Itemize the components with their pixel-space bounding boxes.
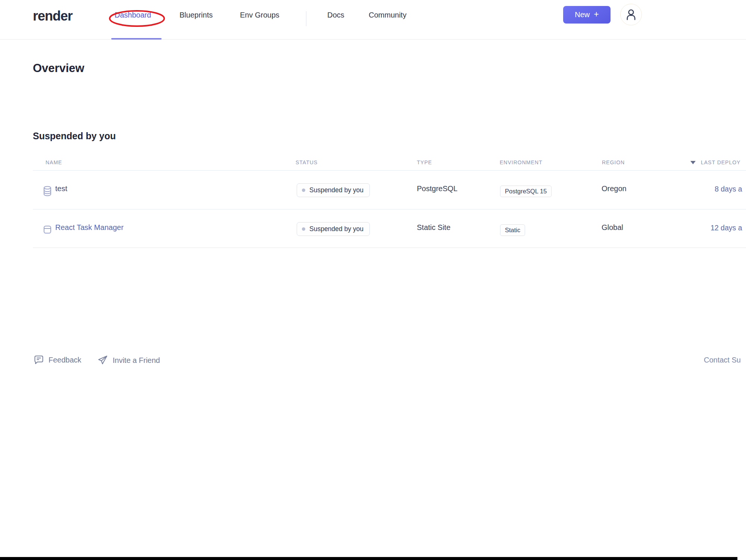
environment-badge: Static bbox=[500, 224, 525, 236]
column-header-name[interactable]: NAME bbox=[46, 159, 62, 165]
paper-plane-icon bbox=[97, 355, 108, 366]
top-nav-bar: render Dashboard Blueprints Env Groups D… bbox=[0, 0, 746, 40]
table-header-divider bbox=[33, 170, 746, 171]
service-type: PostgreSQL bbox=[417, 184, 458, 193]
account-menu-button[interactable] bbox=[620, 4, 642, 25]
last-deploy-link[interactable]: 12 days a bbox=[711, 224, 742, 232]
invite-a-friend-link[interactable]: Invite a Friend bbox=[97, 355, 160, 366]
service-region: Oregon bbox=[602, 184, 627, 193]
status-badge: Suspended by you bbox=[297, 222, 370, 236]
status-badge-label: Suspended by you bbox=[309, 225, 363, 233]
status-badge: Suspended by you bbox=[297, 183, 370, 197]
section-title: Suspended by you bbox=[33, 131, 116, 141]
status-dot-icon bbox=[302, 227, 305, 231]
table-row-divider bbox=[33, 248, 746, 248]
column-header-environment[interactable]: ENVIRONMENT bbox=[500, 159, 542, 165]
invite-label: Invite a Friend bbox=[113, 356, 160, 365]
person-icon bbox=[624, 8, 638, 21]
feedback-label: Feedback bbox=[49, 356, 81, 364]
last-deploy-link[interactable]: 8 days a bbox=[715, 185, 742, 193]
nav-item-env-groups[interactable]: Env Groups bbox=[240, 11, 280, 19]
active-tab-underline bbox=[111, 38, 162, 40]
bottom-bar bbox=[0, 557, 737, 560]
nav-item-docs[interactable]: Docs bbox=[327, 11, 344, 19]
feedback-bubble-icon bbox=[34, 355, 44, 365]
render-logo[interactable]: render bbox=[33, 8, 72, 24]
contact-support-link[interactable]: Contact Su bbox=[704, 356, 741, 364]
contact-label: Contact Su bbox=[704, 356, 741, 364]
database-icon bbox=[43, 186, 52, 196]
nav-item-dashboard[interactable]: Dashboard bbox=[115, 11, 151, 19]
column-header-type[interactable]: TYPE bbox=[417, 159, 432, 165]
new-button-label: New bbox=[575, 10, 590, 19]
feedback-link[interactable]: Feedback bbox=[34, 355, 81, 365]
column-header-region[interactable]: REGION bbox=[602, 159, 625, 165]
sort-descending-icon[interactable] bbox=[690, 161, 696, 164]
service-name-link[interactable]: test bbox=[55, 184, 67, 193]
nav-item-community[interactable]: Community bbox=[369, 11, 406, 19]
service-name-link[interactable]: React Task Manager bbox=[55, 223, 124, 232]
status-dot-icon bbox=[302, 189, 305, 192]
page-title: Overview bbox=[33, 62, 84, 75]
nav-item-blueprints[interactable]: Blueprints bbox=[180, 11, 213, 19]
service-region: Global bbox=[602, 223, 623, 232]
static-site-icon bbox=[43, 225, 52, 234]
column-header-last-deploy[interactable]: LAST DEPLOY bbox=[701, 159, 740, 165]
column-header-status[interactable]: STATUS bbox=[296, 159, 318, 165]
status-badge-label: Suspended by you bbox=[309, 186, 363, 194]
plus-icon: + bbox=[594, 9, 599, 19]
nav-divider bbox=[306, 11, 306, 26]
environment-badge: PostgreSQL 15 bbox=[500, 186, 552, 197]
service-type: Static Site bbox=[417, 223, 450, 232]
new-button[interactable]: New + bbox=[563, 6, 611, 24]
table-row-divider bbox=[33, 209, 746, 209]
